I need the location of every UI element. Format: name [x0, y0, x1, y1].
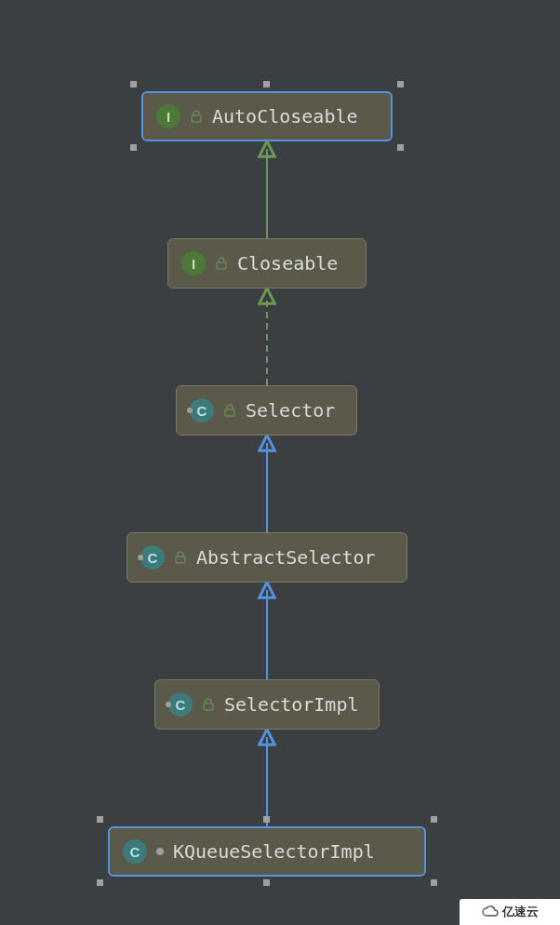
interface-icon: I — [156, 104, 180, 128]
selection-handle[interactable] — [397, 144, 404, 151]
interface-icon: I — [181, 251, 206, 275]
node-label: KQueueSelectorImpl — [173, 840, 375, 863]
selection-handle[interactable] — [97, 879, 103, 886]
public-visibility-icon — [223, 404, 236, 417]
class-icon: C — [190, 398, 214, 422]
selection-handle[interactable] — [130, 144, 137, 151]
node-autocloseable[interactable]: I AutoCloseable — [141, 91, 393, 141]
uml-diagram-canvas[interactable]: { "diagram": { "nodes": [ { "id": "autoc… — [0, 0, 560, 925]
selection-handle[interactable] — [263, 81, 270, 87]
selection-handle[interactable] — [397, 81, 404, 87]
selection-handle[interactable] — [431, 879, 437, 886]
selection-handle[interactable] — [97, 816, 103, 823]
class-icon: C — [140, 545, 165, 570]
svg-rect-2 — [225, 409, 234, 416]
node-abstractselector[interactable]: C AbstractSelector — [127, 532, 407, 583]
selection-handle[interactable] — [263, 816, 270, 823]
svg-rect-3 — [176, 556, 185, 563]
node-label: AbstractSelector — [196, 546, 376, 569]
node-label: SelectorImpl — [224, 693, 359, 716]
abstract-indicator-icon — [187, 408, 193, 413]
package-visibility-icon — [156, 848, 164, 855]
node-kqueueselectorimpl[interactable]: C KQueueSelectorImpl — [108, 826, 426, 877]
public-visibility-icon — [174, 551, 187, 564]
node-selector[interactable]: C Selector — [176, 385, 357, 436]
selection-handle[interactable] — [431, 816, 437, 823]
selection-handle[interactable] — [263, 879, 270, 886]
class-icon: C — [168, 692, 193, 717]
watermark-logo: 亿速云 — [460, 899, 560, 925]
svg-rect-1 — [217, 262, 226, 269]
svg-rect-4 — [204, 704, 213, 710]
watermark-text: 亿速云 — [502, 904, 539, 920]
abstract-indicator-icon — [138, 555, 143, 560]
node-selectorimpl[interactable]: C SelectorImpl — [154, 679, 380, 730]
public-visibility-icon — [202, 698, 215, 711]
class-icon: C — [123, 839, 147, 864]
public-visibility-icon — [215, 257, 228, 270]
svg-rect-0 — [192, 115, 201, 122]
abstract-indicator-icon — [166, 702, 171, 707]
node-label: Closeable — [237, 252, 338, 275]
selection-handle[interactable] — [130, 81, 137, 87]
node-label: AutoCloseable — [212, 105, 358, 127]
node-closeable[interactable]: I Closeable — [167, 238, 367, 288]
public-visibility-icon — [190, 110, 203, 123]
node-label: Selector — [246, 399, 335, 422]
